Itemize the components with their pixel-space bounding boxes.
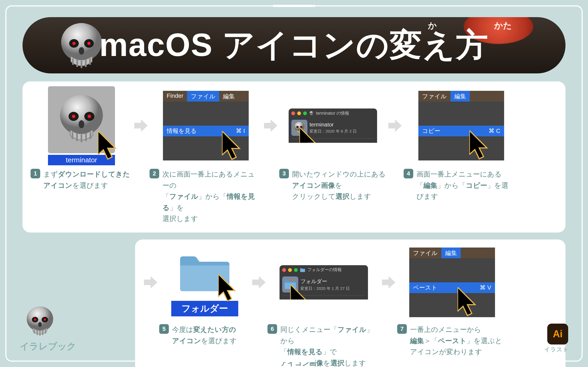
close-icon[interactable] [282,268,286,272]
maximize-icon[interactable] [303,111,307,115]
info-modified-date: 変更日：2020 年 6 月 2 日 [310,129,357,134]
step-caption: 今度は変えたい方のアイコンを選びます [172,324,237,346]
cursor-icon [222,131,241,160]
top-notch [273,5,315,7]
step-number: 7 [397,324,407,334]
step-caption: 開いたウィンドウの上にあるアイコン画像をクリックして選択します [292,169,386,202]
page-frame: か かた macOS アイコンの変え方 terminator 1 まずダウンロー… [5,5,583,362]
folder-label: フォルダー [171,301,238,316]
step-3: terminator の情報 terminator 変更日：2020 年 6 月… [279,87,386,202]
menu-item-label: ペースト [413,284,437,292]
steps-row-1: terminator 1 まずダウンロードしてきたアイコンを選びます Finde… [23,81,565,233]
menubar-finder[interactable]: Finder [163,91,187,102]
finder-menu: Finder ファイル 編集 情報を見る ⌘ I [163,91,249,160]
cursor-icon [457,287,476,317]
info-filename: terminator [310,122,357,128]
window-traffic-lights[interactable] [291,111,307,115]
info-window: フォルダーの情報 フォルダー 変更日：2020 年 1 月 27 日 [280,265,368,299]
skull-icon [309,111,314,116]
step-caption: 画面一番上メニューにある「編集」から「コピー」を選びます [416,169,511,202]
brand-label: イラレブック [20,340,76,353]
title-banner: か かた macOS アイコンの変え方 [23,17,565,73]
menubar-file[interactable]: ファイル [418,91,451,102]
arrow-right-icon [134,119,148,132]
cursor-icon [290,284,307,299]
window-title: フォルダーの情報 [307,267,342,273]
minimize-icon[interactable] [288,268,292,272]
steps-row-2: フォルダー 5 今度は変えたい方のアイコンを選びます [135,239,565,367]
info-window: terminator の情報 terminator 変更日：2020 年 6 月… [289,108,377,143]
step-number: 5 [159,324,169,334]
info-filename: フォルダー [300,278,350,285]
arrow-right-icon [388,119,402,132]
cursor-icon [98,131,117,160]
folder-icon [300,268,305,272]
minimize-icon[interactable] [297,111,301,115]
skull-icon [23,304,57,339]
arrow-right-icon [264,119,277,132]
step-2: Finder ファイル 編集 情報を見る ⌘ I 2 [150,87,262,224]
step-number: 2 [150,169,159,178]
step-4: ファイル 編集 コピー ⌘ C 4 画面一番上メニューにある「編集」から [404,87,519,202]
close-icon[interactable] [291,111,295,115]
step-number: 3 [279,169,289,178]
step-caption: 次に画面一番上にあるメニューの「ファイル」から「情報を見る」を選択します [162,169,257,224]
menu-item-copy[interactable]: コピー ⌘ C [418,126,504,136]
arrow-right-icon [144,276,157,289]
cursor-icon [299,127,317,143]
arrow-right-icon [252,276,266,289]
step-caption: 一番上のメニューから編集＞「ペースト」を選ぶとアイコンが変わります [410,324,502,358]
edit-menu: ファイル 編集 コピー ⌘ C [418,91,504,160]
arrow-right-icon [382,276,395,289]
desktop-folder-tile[interactable]: フォルダー [171,248,238,316]
menubar-edit[interactable]: 編集 [441,248,461,258]
menu-shortcut: ⌘ C [489,128,500,134]
illustrator-caption: イラスト [544,346,569,354]
step-7: ファイル 編集 ペースト ⌘ V 7 一番上のメニューから編集＞「ペース [397,245,507,358]
desktop-icon-tile[interactable]: terminator [48,86,115,165]
step-number: 6 [267,324,277,334]
cursor-icon [469,130,488,160]
menu-item-label: 情報を見る [167,127,197,135]
step-number: 1 [31,169,40,178]
step-caption: まずダウンロードしてきたアイコンを選びます [43,169,130,191]
menubar-file[interactable]: ファイル [187,91,219,102]
cursor-icon [218,274,236,302]
bottom-notch [273,360,315,362]
step-number: 4 [404,169,413,178]
ruby-kata: かた [494,20,512,32]
maximize-icon[interactable] [294,268,298,272]
info-modified-date: 変更日：2020 年 1 月 27 日 [300,286,350,291]
menu-item-paste[interactable]: ペースト ⌘ V [409,282,495,293]
step-5: フォルダー 5 今度は変えたい方のアイコンを選びます [159,245,250,346]
step-1: terminator 1 まずダウンロードしてきたアイコンを選びます [31,87,132,191]
step-6: フォルダーの情報 フォルダー 変更日：2020 年 1 月 27 日 [267,245,380,367]
edit-menu: ファイル 編集 ペースト ⌘ V [409,248,495,317]
illustrator-badge: Ai [547,324,568,344]
menubar-file[interactable]: ファイル [409,248,441,258]
ruby-ka: か [428,20,437,32]
menu-item-label: コピー [422,127,440,135]
menubar-edit[interactable]: 編集 [219,91,239,102]
menubar-edit[interactable]: 編集 [451,91,470,102]
window-traffic-lights[interactable] [282,268,298,272]
menu-shortcut: ⌘ V [480,284,491,291]
window-title: terminator の情報 [316,111,349,116]
